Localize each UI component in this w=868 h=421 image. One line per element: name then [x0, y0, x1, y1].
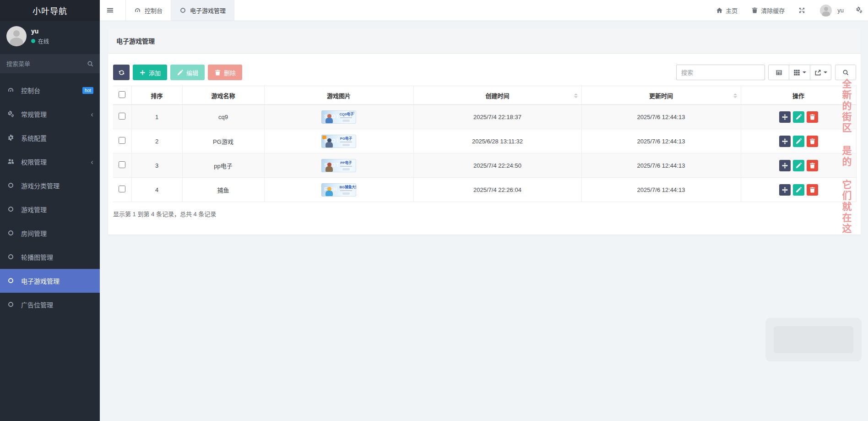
cell-order: 2 [131, 129, 182, 153]
sidebar-item-system-config[interactable]: 系统配置 [0, 126, 100, 150]
hot-badge: hot [82, 87, 93, 94]
cell-order: 1 [131, 105, 182, 129]
home-icon [716, 7, 723, 14]
col-created[interactable]: 创建时间 [413, 86, 581, 105]
sidebar-item-label: 游戏分类管理 [21, 181, 60, 190]
select-all-checkbox[interactable] [119, 91, 125, 98]
gears-icon [7, 110, 16, 118]
row-delete-button[interactable] [807, 160, 818, 171]
row-checkbox[interactable] [119, 137, 125, 144]
common-search-button[interactable] [768, 65, 789, 80]
home-button[interactable]: 主页 [716, 6, 738, 15]
move-icon [781, 114, 788, 120]
hamburger-icon[interactable] [100, 0, 120, 21]
table-header-row: 排序 游戏名称 游戏图片 创建时间 更新时间 操作 [113, 86, 856, 105]
circle-icon [179, 7, 186, 14]
sidebar-item-room[interactable]: 房间管理 [0, 221, 100, 245]
drag-sort-button[interactable] [779, 184, 791, 196]
sidebar-menu: 控制台 hot 常规管理 ‹ 系统配置 权限管理 ‹ 游戏分类管理 游戏管理 房… [0, 78, 100, 317]
panel: 电子游戏管理 添加 编辑 删除 [108, 28, 861, 235]
row-checkbox[interactable] [119, 161, 125, 168]
add-button[interactable]: 添加 [133, 65, 167, 80]
col-updated[interactable]: 更新时间 [581, 86, 741, 105]
drag-sort-button[interactable] [779, 136, 791, 147]
user-panel: yu 在线 [0, 21, 100, 51]
cell-game-name: PG游戏 [182, 129, 264, 153]
sidebar-item-game[interactable]: 游戏管理 [0, 197, 100, 221]
main-content: 电子游戏管理 添加 编辑 删除 [100, 21, 868, 421]
cell-order: 4 [131, 178, 182, 202]
pencil-icon [795, 138, 802, 145]
row-delete-button[interactable] [807, 136, 818, 147]
plus-icon [139, 69, 146, 76]
sidebar-item-label: 系统配置 [21, 133, 47, 142]
banner-art [326, 187, 334, 196]
sidebar-item-label: 常规管理 [21, 109, 47, 119]
tab-dashboard[interactable]: 控制台 [125, 0, 171, 21]
sidebar-item-permissions[interactable]: 权限管理 ‹ [0, 150, 100, 174]
sidebar-item-game-category[interactable]: 游戏分类管理 [0, 174, 100, 197]
row-edit-button[interactable] [793, 136, 804, 147]
pencil-icon [795, 186, 802, 193]
columns-button[interactable] [789, 65, 810, 80]
trash-icon [809, 114, 816, 120]
banner-art [326, 138, 334, 148]
row-edit-button[interactable] [793, 111, 804, 123]
tab-electronic-games[interactable]: 电子游戏管理 [171, 0, 234, 21]
game-banner-image: FISH BG捕鱼大师 [321, 183, 356, 197]
list-icon [776, 69, 782, 76]
col-actions: 操作 [741, 86, 856, 105]
table-row: 2 PG游戏 SLOT PG电子 2025/6/28 13:11:32 2025… [113, 129, 856, 153]
users-icon [7, 158, 16, 165]
fullscreen-button[interactable] [798, 7, 808, 14]
expand-icon [798, 7, 805, 14]
sort-icon[interactable] [733, 92, 737, 100]
refresh-icon [118, 69, 125, 76]
export-icon [814, 69, 821, 76]
gears-icon [856, 6, 863, 13]
sidebar-item-carousel[interactable]: 轮播图管理 [0, 245, 100, 269]
row-delete-button[interactable] [807, 184, 818, 196]
refresh-button[interactable] [113, 65, 130, 80]
topbar-user-menu[interactable]: yu [820, 5, 844, 16]
row-edit-button[interactable] [793, 160, 804, 171]
row-edit-button[interactable] [793, 184, 804, 196]
delete-button[interactable]: 删除 [208, 65, 242, 80]
row-checkbox[interactable] [119, 113, 125, 120]
cell-updated: 2025/7/6 12:44:13 [581, 153, 741, 178]
settings-button[interactable] [856, 6, 863, 15]
grid-icon [793, 69, 800, 76]
table-search-input[interactable] [676, 65, 765, 80]
clear-cache-button[interactable]: 清除缓存 [751, 6, 785, 15]
tab-label: 控制台 [145, 6, 163, 15]
pencil-icon [795, 114, 802, 120]
sidebar-item-dashboard[interactable]: 控制台 hot [0, 78, 100, 102]
sort-icon[interactable] [574, 92, 578, 100]
row-delete-button[interactable] [807, 111, 818, 123]
sidebar-item-electronic-games[interactable]: 电子游戏管理 [0, 269, 100, 293]
cell-updated: 2025/7/6 12:44:13 [581, 178, 741, 202]
user-status: 在线 [38, 37, 49, 45]
sidebar-item-general[interactable]: 常规管理 ‹ [0, 102, 100, 126]
table-row: 3 pp电子 SLOT PP电子 2025/7/4 22:24:50 2025/… [113, 153, 856, 178]
tachometer-icon [7, 87, 16, 94]
drag-sort-button[interactable] [779, 160, 791, 171]
col-game-name: 游戏名称 [182, 86, 264, 105]
data-table: 排序 游戏名称 游戏图片 创建时间 更新时间 操作 1 cq9 [113, 86, 857, 202]
search-toggle-button[interactable] [835, 65, 856, 80]
user-avatar[interactable] [6, 26, 27, 46]
menu-search-input[interactable] [6, 60, 87, 67]
export-button[interactable] [810, 65, 831, 80]
sidebar-item-ad-slots[interactable]: 广告位管理 [0, 293, 100, 317]
row-checkbox[interactable] [119, 186, 125, 192]
home-label: 主页 [726, 6, 738, 15]
sidebar: 小叶导航 yu 在线 控制台 hot 常规管理 ‹ 系统配置 权限管理 [0, 0, 100, 421]
edit-button[interactable]: 编辑 [170, 65, 205, 80]
chevron-left-icon: ‹ [91, 110, 93, 118]
tab-label: 电子游戏管理 [190, 6, 226, 15]
search-icon [842, 69, 849, 76]
drag-sort-button[interactable] [779, 111, 791, 123]
trash-icon [214, 69, 221, 76]
topbar-username: yu [837, 7, 844, 14]
banner-art [326, 114, 334, 123]
